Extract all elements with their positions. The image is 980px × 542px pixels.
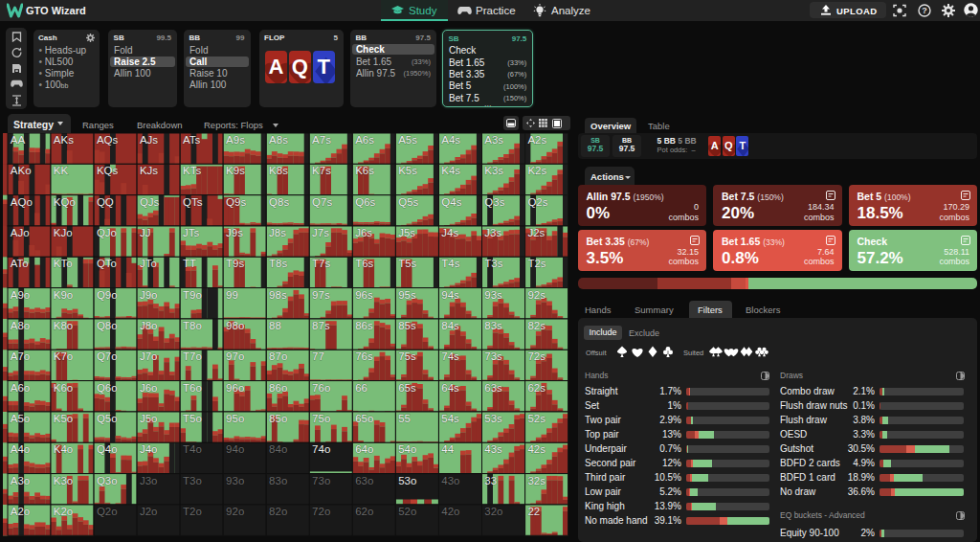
svg-text:TT: TT: [183, 258, 196, 269]
svg-text:Q2s: Q2s: [527, 195, 547, 207]
svg-text:62s: 62s: [527, 381, 546, 393]
svg-text:KK: KK: [54, 165, 69, 176]
svg-text:Q8s: Q8s: [269, 195, 289, 207]
svg-text:J6s: J6s: [355, 227, 372, 238]
svg-text:Q8o: Q8o: [97, 320, 118, 331]
svg-text:75o: 75o: [312, 413, 330, 424]
svg-text:86o: 86o: [269, 381, 287, 393]
svg-text:A7o: A7o: [11, 350, 30, 362]
svg-text:Q9o: Q9o: [97, 288, 118, 300]
svg-text:J3o: J3o: [140, 474, 158, 486]
svg-text:87s: 87s: [312, 320, 330, 331]
svg-text:K6o: K6o: [54, 381, 73, 393]
svg-text:Q3s: Q3s: [484, 195, 504, 207]
svg-text:Q6s: Q6s: [355, 195, 375, 207]
svg-text:KJs: KJs: [140, 165, 158, 176]
svg-text:72o: 72o: [312, 506, 330, 517]
svg-text:55: 55: [398, 413, 411, 424]
svg-text:QJo: QJo: [97, 227, 117, 238]
svg-text:44: 44: [441, 443, 454, 455]
svg-text:ATo: ATo: [11, 258, 29, 269]
svg-text:63o: 63o: [355, 474, 373, 486]
svg-text:ATs: ATs: [183, 134, 201, 146]
svg-text:53o: 53o: [398, 474, 416, 486]
svg-text:64s: 64s: [441, 381, 459, 393]
svg-text:72s: 72s: [527, 350, 546, 362]
svg-text:Q2o: Q2o: [97, 506, 118, 517]
svg-text:93s: 93s: [484, 288, 502, 300]
svg-text:J4o: J4o: [140, 443, 158, 455]
svg-text:73o: 73o: [312, 474, 330, 486]
svg-text:A9s: A9s: [226, 134, 245, 146]
svg-text:AQs: AQs: [97, 134, 119, 146]
svg-text:88: 88: [269, 320, 281, 331]
svg-text:65s: 65s: [398, 381, 416, 393]
svg-text:A8o: A8o: [11, 320, 30, 331]
svg-text:T4s: T4s: [441, 258, 459, 269]
svg-text:54o: 54o: [398, 443, 416, 455]
svg-text:AKo: AKo: [11, 165, 32, 176]
svg-text:74o: 74o: [312, 443, 330, 455]
svg-text:K3o: K3o: [54, 474, 73, 486]
svg-text:A4s: A4s: [441, 134, 460, 146]
svg-text:Q3o: Q3o: [97, 474, 118, 486]
svg-text:97s: 97s: [312, 288, 330, 300]
svg-text:84o: 84o: [269, 443, 287, 455]
svg-text:Q5o: Q5o: [97, 413, 118, 424]
svg-text:K7s: K7s: [312, 165, 331, 176]
svg-text:97o: 97o: [226, 350, 244, 362]
svg-text:J2o: J2o: [140, 506, 158, 517]
svg-text:32o: 32o: [484, 506, 502, 517]
svg-text:J3s: J3s: [484, 227, 501, 238]
svg-text:Q5s: Q5s: [398, 195, 418, 207]
svg-text:Q4s: Q4s: [441, 195, 461, 207]
svg-text:AQo: AQo: [11, 195, 33, 207]
svg-text:43s: 43s: [484, 443, 502, 455]
svg-text:96o: 96o: [226, 381, 244, 393]
svg-text:Q4o: Q4o: [97, 443, 118, 455]
svg-text:K8o: K8o: [54, 320, 73, 331]
svg-text:Q7s: Q7s: [312, 195, 332, 207]
svg-text:92o: 92o: [226, 506, 244, 517]
svg-text:76s: 76s: [355, 350, 373, 362]
svg-text:42s: 42s: [527, 443, 546, 455]
svg-text:J5o: J5o: [140, 413, 158, 424]
svg-text:82o: 82o: [269, 506, 287, 517]
svg-text:A4o: A4o: [11, 443, 30, 455]
svg-text:52s: 52s: [527, 413, 546, 424]
svg-text:22: 22: [527, 506, 540, 517]
svg-text:K2o: K2o: [54, 506, 73, 517]
svg-text:KJo: KJo: [54, 227, 73, 238]
svg-text:32s: 32s: [527, 474, 546, 486]
svg-text:74s: 74s: [441, 350, 459, 362]
svg-text:85s: 85s: [398, 320, 416, 331]
svg-text:A3o: A3o: [11, 474, 30, 486]
svg-text:A6o: A6o: [11, 381, 30, 393]
svg-text:KQo: KQo: [54, 195, 76, 207]
svg-text:95s: 95s: [398, 288, 416, 300]
svg-text:A2o: A2o: [11, 506, 30, 517]
svg-text:52o: 52o: [398, 506, 416, 517]
svg-text:K9o: K9o: [54, 288, 73, 300]
svg-text:T9s: T9s: [226, 258, 244, 269]
svg-text:96s: 96s: [355, 288, 373, 300]
svg-text:T8s: T8s: [269, 258, 287, 269]
svg-text:94s: 94s: [441, 288, 459, 300]
svg-text:T5s: T5s: [398, 258, 416, 269]
svg-text:73s: 73s: [484, 350, 502, 362]
svg-text:J8s: J8s: [269, 227, 286, 238]
svg-text:87o: 87o: [269, 350, 287, 362]
svg-text:QTo: QTo: [97, 258, 117, 269]
svg-text:T6s: T6s: [355, 258, 373, 269]
svg-text:J7s: J7s: [312, 227, 329, 238]
svg-text:T9o: T9o: [183, 288, 202, 300]
svg-text:93o: 93o: [226, 474, 244, 486]
svg-text:K5s: K5s: [398, 165, 417, 176]
svg-text:A6s: A6s: [355, 134, 374, 146]
svg-text:?: ?: [922, 6, 927, 15]
svg-text:K4o: K4o: [54, 443, 73, 455]
svg-text:J7o: J7o: [140, 350, 158, 362]
svg-text:T5o: T5o: [183, 413, 202, 424]
svg-text:K5o: K5o: [54, 413, 73, 424]
svg-text:QJs: QJs: [140, 195, 160, 207]
